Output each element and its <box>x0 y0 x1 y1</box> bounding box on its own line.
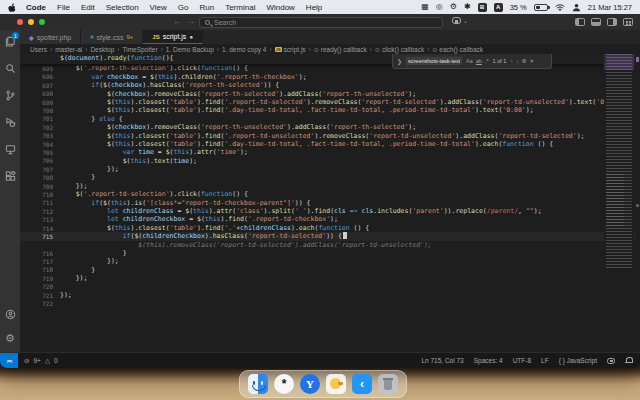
menu-item-help[interactable]: Help <box>306 3 322 12</box>
dock-chatgpt-icon[interactable]: * <box>274 374 294 394</box>
problems-summary[interactable]: ⊘ 9+ △ 0 <box>24 357 58 365</box>
apple-menu-icon[interactable] <box>8 2 17 12</box>
code-line-712[interactable]: 712 let childrenClass = $(this).attr('cl… <box>20 207 640 215</box>
breadcrumb-item[interactable]: Desktop <box>90 46 114 53</box>
menu-item-code[interactable]: Code <box>26 3 46 12</box>
remote-indicator[interactable]: >< <box>0 353 18 368</box>
code-line-700[interactable]: 700 $(this).closest('table').find('.day-… <box>20 106 640 114</box>
code-line-705[interactable]: 705 var time = $(this).attr('time'); <box>20 148 640 156</box>
breadcrumb-item[interactable]: ⊙ready() callback <box>314 46 367 53</box>
code-line-711[interactable]: 711 if($(this).is('[class*="report-td-ch… <box>20 199 640 207</box>
code-area[interactable]: 694 /* ... */695 $('.report-th-selection… <box>20 54 640 352</box>
code-editor[interactable]: 694 /* ... */695 $('.report-th-selection… <box>20 54 640 352</box>
code-line-722[interactable]: 722 <box>20 299 640 307</box>
toggle-panel-button[interactable] <box>591 18 601 26</box>
breadcrumb-item[interactable]: 1. Demo Backup <box>166 46 214 53</box>
close-icon[interactable]: ✕ <box>529 58 534 64</box>
code-line-707[interactable]: 707 }); <box>20 165 640 173</box>
settings-menu-icon[interactable]: ⚙ <box>450 3 457 11</box>
breadcrumb-item[interactable]: ⊙each() callback <box>432 46 483 53</box>
run-debug-icon[interactable] <box>2 114 18 130</box>
code-line-702[interactable]: 702 $(checkbox).removeClass('report-th-u… <box>20 123 640 131</box>
code-line-715[interactable]: 715 if($(childrenCheckbox).hasClass('rep… <box>20 232 640 240</box>
menubar-clock[interactable]: 21 Mar 15:27 <box>588 3 632 12</box>
code-line-714[interactable]: 714 $(this).closest('table').find('.'+ch… <box>20 224 640 232</box>
forward-button[interactable]: → <box>187 17 195 26</box>
find-expand-chevron[interactable]: ❯ <box>397 58 402 65</box>
breadcrumb-item[interactable]: Users <box>30 46 47 53</box>
copilot-status-icon[interactable] <box>607 358 615 364</box>
breadcrumb-item[interactable]: 1. demo copy 4 <box>222 46 266 53</box>
indentation[interactable]: Spaces: 4 <box>474 357 503 364</box>
tab-spotter-php[interactable]: ◆spotter.php <box>20 30 81 44</box>
command-center-search[interactable]: Search <box>199 17 443 28</box>
menu-item-window[interactable]: Window <box>266 3 294 12</box>
previous-match-icon[interactable]: ↑ <box>510 58 513 64</box>
assistant-icon[interactable]: ◎ <box>436 3 443 11</box>
code-line-698[interactable]: 698 $(checkbox).removeClass('report-th-s… <box>20 90 640 98</box>
breadcrumb-item[interactable]: master-al <box>55 46 82 53</box>
search-sidebar-icon[interactable] <box>2 60 18 76</box>
minimize-window-button[interactable] <box>28 19 34 25</box>
copilot-menu[interactable]: ⌄ <box>452 17 468 24</box>
next-match-icon[interactable]: ↓ <box>516 58 519 64</box>
code-line-699[interactable]: 699 $(this).closest('table').find('.repo… <box>20 98 640 106</box>
code-line-697[interactable]: 697 if($(checkbox).hasClass('report-th-s… <box>20 81 640 89</box>
code-line-718[interactable]: 718 } <box>20 266 640 274</box>
zoom-window-button[interactable] <box>39 19 45 25</box>
code-line-716[interactable]: 716 } <box>20 249 640 257</box>
code-line-701[interactable]: 701 } else { <box>20 115 640 123</box>
settings-gear-icon[interactable]: ⚙ <box>2 330 18 346</box>
menu-item-selection[interactable]: Selection <box>106 3 139 12</box>
close-window-button[interactable] <box>17 19 23 25</box>
menu-item-view[interactable]: View <box>150 3 167 12</box>
window-titlebar[interactable]: ← → Search ⌄ <box>0 14 640 30</box>
dock-y-browser-icon[interactable]: Y <box>300 374 320 394</box>
user-switch-icon[interactable] <box>572 3 581 12</box>
dock-trash-icon[interactable] <box>378 374 398 394</box>
screen-record-icon[interactable]: ▦ <box>421 3 429 11</box>
source-control-icon[interactable] <box>2 87 18 103</box>
menu-item-run[interactable]: Run <box>199 3 214 12</box>
code-line-717[interactable]: 717 }); <box>20 257 640 265</box>
toggle-secondary-sidebar-button[interactable] <box>607 18 617 26</box>
code-line-719[interactable]: 719 }); <box>20 274 640 282</box>
battery-icon[interactable] <box>534 4 548 11</box>
back-button[interactable]: ← <box>173 17 181 26</box>
code-line-710[interactable]: 710 $('.report-td-selection').click(func… <box>20 190 640 198</box>
code-line-706[interactable]: 706 $(this).text(time); <box>20 157 640 165</box>
breadcrumb-item[interactable]: ⊙click() callback <box>375 46 424 53</box>
accounts-icon[interactable] <box>2 306 18 322</box>
overview-ruler[interactable] <box>635 54 640 352</box>
code-line-709[interactable]: 709 }); <box>20 182 640 190</box>
menu-item-edit[interactable]: Edit <box>81 3 95 12</box>
notifications-bell-icon[interactable] <box>625 357 632 364</box>
code-line-703[interactable]: 703 $(this).closest('table').find('.repo… <box>20 132 640 140</box>
code-line-696[interactable]: 696 var checkbox = $(this).children('.re… <box>20 73 640 81</box>
code-line-720[interactable]: 720 <box>20 283 640 291</box>
cursor-position[interactable]: Ln 715, Col 73 <box>421 357 463 364</box>
menu-item-go[interactable]: Go <box>178 3 189 12</box>
language-mode[interactable]: { } JavaScript <box>559 357 597 364</box>
toggle-sidebar-button[interactable] <box>575 18 585 26</box>
menu-item-terminal[interactable]: Terminal <box>225 3 255 12</box>
match-case-icon[interactable]: Aa <box>466 58 473 64</box>
explorer-icon[interactable]: 1 <box>2 33 18 49</box>
ghost-suggestion-line[interactable]: $(this).removeClass('report-td-selected'… <box>20 241 640 249</box>
tab-script-js[interactable]: JSscript.js● <box>143 30 203 44</box>
wifi-icon[interactable] <box>555 3 565 11</box>
remote-explorer-icon[interactable] <box>2 141 18 157</box>
tab-style-css[interactable]: #style.css9+ <box>81 30 143 44</box>
modified-dot-icon[interactable]: ● <box>189 34 193 40</box>
breadcrumb-item[interactable]: JSscript.js <box>275 46 306 53</box>
app-b-icon[interactable]: B <box>478 3 487 12</box>
customize-layout-button[interactable] <box>623 18 633 26</box>
dock-cyberduck-icon[interactable] <box>326 374 346 394</box>
whole-word-icon[interactable]: ab <box>476 58 482 64</box>
breadcrumb-item[interactable]: TimeSpotter <box>122 46 157 53</box>
code-line-704[interactable]: 704 $(this).closest('table').find('.day-… <box>20 140 640 148</box>
code-line-721[interactable]: 721}); <box>20 291 640 299</box>
eol-sequence[interactable]: LF <box>541 357 549 364</box>
dock-vscode-icon[interactable]: ‹ <box>352 374 372 394</box>
minimap[interactable] <box>604 54 634 268</box>
